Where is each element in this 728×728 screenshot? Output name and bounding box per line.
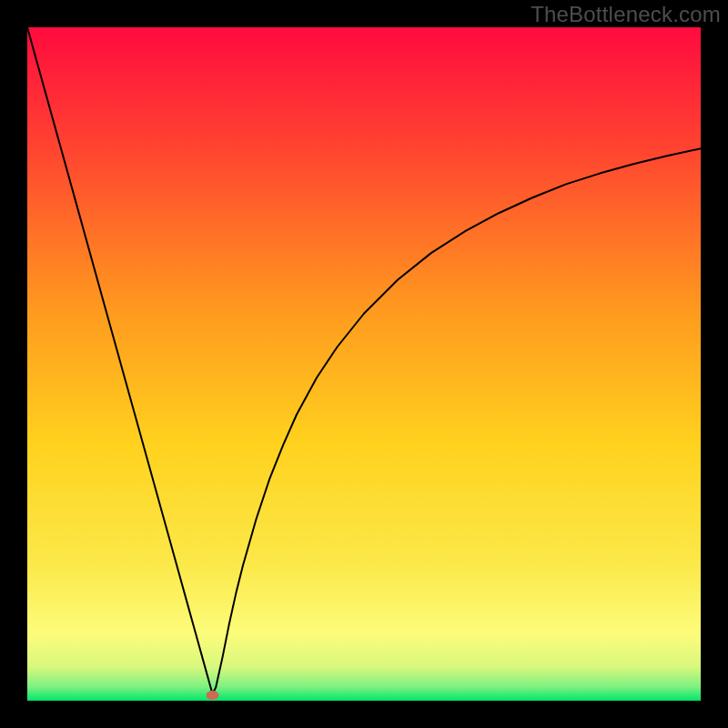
watermark-text: TheBottleneck.com	[531, 2, 721, 27]
chart-frame: TheBottleneck.com	[0, 0, 728, 728]
optimal-point-marker	[207, 691, 219, 700]
plot-area	[27, 27, 701, 701]
chart-svg	[27, 27, 701, 701]
gradient-background	[27, 27, 701, 701]
